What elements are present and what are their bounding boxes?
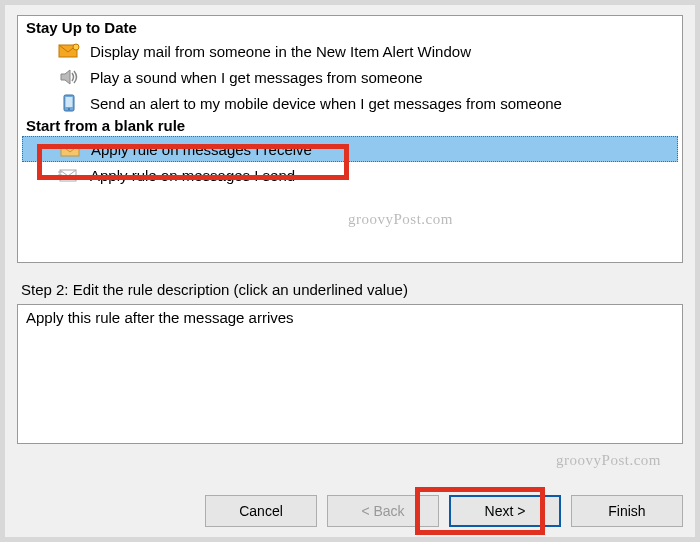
step2-label: Step 2: Edit the rule description (click… — [21, 281, 679, 298]
wizard-button-bar: Cancel < Back Next > Finish — [205, 495, 683, 527]
rule-description-text: Apply this rule after the message arrive… — [26, 309, 294, 326]
list-item[interactable]: Play a sound when I get messages from so… — [18, 64, 682, 90]
mobile-icon — [58, 94, 80, 112]
svg-marker-2 — [61, 70, 70, 84]
next-button[interactable]: Next > — [449, 495, 561, 527]
list-item-label: Send an alert to my mobile device when I… — [90, 95, 562, 112]
envelope-open-icon — [59, 140, 81, 158]
list-item-label: Apply rule on messages I send — [90, 167, 295, 184]
finish-button[interactable]: Finish — [571, 495, 683, 527]
list-item[interactable]: Display mail from someone in the New Ite… — [18, 38, 682, 64]
svg-point-5 — [68, 108, 70, 110]
section-blank-rule-header: Start from a blank rule — [18, 116, 682, 136]
list-item[interactable]: Apply rule on messages I send — [18, 162, 682, 188]
rule-description-box[interactable]: Apply this rule after the message arrive… — [17, 304, 683, 444]
section-stay-up-to-date-header: Stay Up to Date — [18, 18, 682, 38]
list-item-label: Apply rule on messages I receive — [91, 141, 312, 158]
svg-point-1 — [73, 44, 79, 50]
svg-rect-4 — [66, 97, 73, 107]
watermark-text: groovyPost.com — [348, 211, 453, 228]
list-item[interactable]: Send an alert to my mobile device when I… — [18, 90, 682, 116]
sound-icon — [58, 68, 80, 86]
list-item-label: Play a sound when I get messages from so… — [90, 69, 423, 86]
cancel-button[interactable]: Cancel — [205, 495, 317, 527]
envelope-send-icon — [58, 166, 80, 184]
back-button: < Back — [327, 495, 439, 527]
watermark-text: groovyPost.com — [556, 452, 661, 469]
list-item-label: Display mail from someone in the New Ite… — [90, 43, 471, 60]
list-item-selected[interactable]: Apply rule on messages I receive — [22, 136, 678, 162]
template-list[interactable]: Stay Up to Date Display mail from someon… — [17, 15, 683, 263]
mail-alert-icon — [58, 42, 80, 60]
